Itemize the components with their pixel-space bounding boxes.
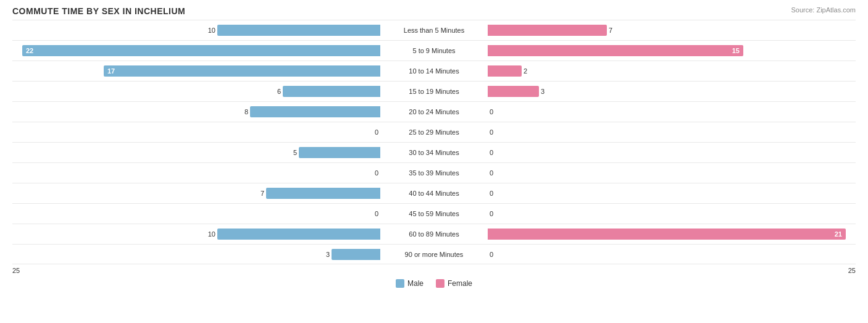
female-bar: 7 [488, 25, 607, 36]
male-value: 7 [261, 190, 264, 197]
male-bar: 8 [250, 106, 380, 117]
axis-right: 25 [848, 267, 856, 274]
left-section: 0 [12, 163, 383, 183]
female-value: 0 [490, 108, 493, 115]
bar-row: 1060 to 89 Minutes21 [12, 224, 856, 244]
left-section: 5 [12, 143, 383, 162]
bottom-section: 25 25 Male Female [12, 266, 856, 288]
legend: Male Female [12, 279, 856, 288]
male-bar: 10 [217, 25, 380, 36]
row-label: Less than 5 Minutes [383, 27, 485, 34]
female-value: 0 [490, 190, 493, 197]
axis-left: 25 [12, 267, 20, 274]
female-value: 0 [490, 210, 493, 217]
legend-male: Male [396, 279, 424, 288]
male-value: 0 [375, 210, 378, 217]
left-section: 10 [12, 20, 383, 40]
male-value-inside: 17 [107, 67, 115, 75]
bar-row: 615 to 19 Minutes3 [12, 81, 856, 101]
bar-row: 740 to 44 Minutes0 [12, 183, 856, 203]
male-value: 8 [244, 108, 248, 115]
female-bar: 15 [488, 45, 743, 56]
bar-row: 1710 to 14 Minutes2 [12, 61, 856, 81]
row-label: 25 to 29 Minutes [383, 128, 485, 136]
female-bar: 3 [488, 86, 539, 97]
left-section: 0 [12, 204, 383, 224]
male-value: 0 [375, 128, 378, 136]
legend-male-box [396, 279, 404, 288]
female-bar: 2 [488, 65, 522, 77]
right-section: 21 [485, 224, 856, 244]
legend-male-label: Male [407, 279, 424, 288]
row-label: 90 or more Minutes [383, 251, 485, 258]
legend-female: Female [436, 279, 472, 288]
row-label: 35 to 39 Minutes [383, 169, 485, 177]
female-value: 0 [490, 251, 493, 258]
male-bar: 5 [299, 147, 380, 158]
row-label: 30 to 34 Minutes [383, 149, 485, 156]
right-section: 2 [485, 61, 856, 81]
right-section: 0 [485, 245, 856, 264]
bar-row: 225 to 9 Minutes15 [12, 40, 856, 61]
female-value-inside: 21 [835, 230, 842, 238]
bar-row: 390 or more Minutes0 [12, 244, 856, 264]
left-section: 3 [12, 245, 383, 264]
bar-row: 035 to 39 Minutes0 [12, 162, 856, 183]
right-section: 0 [485, 102, 856, 122]
row-label: 60 to 89 Minutes [383, 230, 485, 238]
female-value-inside: 15 [732, 47, 740, 54]
row-label: 45 to 59 Minutes [383, 210, 485, 217]
left-section: 6 [12, 82, 383, 101]
right-section: 0 [485, 143, 856, 162]
axis-labels: 25 25 [12, 266, 856, 275]
row-label: 20 to 24 Minutes [383, 108, 485, 115]
left-section: 0 [12, 122, 383, 142]
female-value: 3 [541, 88, 545, 95]
bar-row: 045 to 59 Minutes0 [12, 203, 856, 224]
bar-row: 10Less than 5 Minutes7 [12, 20, 856, 40]
female-bar: 21 [488, 229, 846, 240]
female-value: 0 [490, 128, 493, 136]
source-text: Source: ZipAtlas.com [791, 6, 856, 14]
right-section: 0 [485, 122, 856, 142]
left-section: 8 [12, 102, 383, 122]
male-bar: 3 [332, 249, 380, 260]
row-label: 10 to 14 Minutes [383, 67, 485, 75]
male-value: 0 [375, 169, 378, 177]
male-bar: 22 [22, 45, 380, 56]
left-section: 10 [12, 224, 383, 244]
left-section: 17 [12, 61, 383, 81]
bar-chart: 10Less than 5 Minutes7225 to 9 Minutes15… [12, 20, 856, 264]
bar-row: 530 to 34 Minutes0 [12, 142, 856, 162]
female-value: 7 [609, 27, 612, 34]
right-section: 0 [485, 204, 856, 224]
male-value: 10 [208, 27, 215, 34]
male-value: 3 [326, 251, 330, 258]
right-section: 3 [485, 82, 856, 101]
right-section: 7 [485, 20, 856, 40]
left-section: 22 [12, 41, 383, 61]
right-section: 0 [485, 163, 856, 183]
row-label: 5 to 9 Minutes [383, 47, 485, 54]
bar-row: 025 to 29 Minutes0 [12, 122, 856, 142]
male-value: 5 [293, 149, 297, 156]
row-label: 40 to 44 Minutes [383, 190, 485, 197]
row-label: 15 to 19 Minutes [383, 88, 485, 95]
left-section: 7 [12, 183, 383, 203]
legend-female-box [436, 279, 444, 288]
female-value: 0 [490, 169, 493, 177]
bar-row: 820 to 24 Minutes0 [12, 101, 856, 122]
right-section: 15 [485, 41, 856, 61]
male-value-inside: 22 [26, 47, 33, 54]
male-bar: 17 [104, 65, 380, 77]
chart-container: COMMUTE TIME BY SEX IN INCHELIUM Source:… [0, 0, 868, 323]
chart-title: COMMUTE TIME BY SEX IN INCHELIUM [12, 6, 856, 16]
female-value: 2 [524, 67, 527, 75]
legend-female-label: Female [448, 279, 472, 288]
male-value: 6 [277, 88, 281, 95]
female-value: 0 [490, 149, 493, 156]
male-bar: 7 [266, 188, 380, 199]
male-bar: 10 [217, 229, 380, 240]
right-section: 0 [485, 183, 856, 203]
male-bar: 6 [283, 86, 380, 97]
